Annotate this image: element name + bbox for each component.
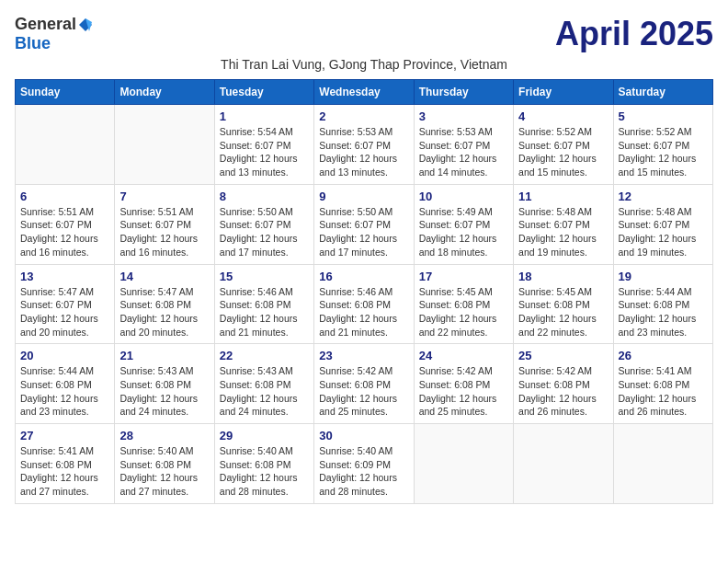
calendar-cell: 17Sunrise: 5:45 AM Sunset: 6:08 PM Dayli… <box>414 264 513 344</box>
calendar-cell: 29Sunrise: 5:40 AM Sunset: 6:08 PM Dayli… <box>214 424 313 504</box>
day-info: Sunrise: 5:46 AM Sunset: 6:08 PM Dayligh… <box>319 285 408 339</box>
calendar-cell: 8Sunrise: 5:50 AM Sunset: 6:07 PM Daylig… <box>214 184 313 264</box>
calendar-cell: 14Sunrise: 5:47 AM Sunset: 6:08 PM Dayli… <box>115 264 214 344</box>
day-number: 6 <box>20 190 109 203</box>
day-number: 20 <box>20 349 109 362</box>
day-info: Sunrise: 5:41 AM Sunset: 6:08 PM Dayligh… <box>619 364 708 419</box>
calendar-header-wednesday: Wednesday <box>314 80 414 105</box>
day-info: Sunrise: 5:52 AM Sunset: 6:07 PM Dayligh… <box>619 125 708 179</box>
day-info: Sunrise: 5:50 AM Sunset: 6:07 PM Dayligh… <box>220 205 309 259</box>
day-info: Sunrise: 5:45 AM Sunset: 6:08 PM Dayligh… <box>518 285 608 339</box>
calendar-header-tuesday: Tuesday <box>214 80 313 105</box>
calendar-cell: 7Sunrise: 5:51 AM Sunset: 6:07 PM Daylig… <box>115 184 214 264</box>
day-number: 29 <box>220 429 309 442</box>
calendar-cell: 21Sunrise: 5:43 AM Sunset: 6:08 PM Dayli… <box>115 344 214 424</box>
calendar-cell: 12Sunrise: 5:48 AM Sunset: 6:07 PM Dayli… <box>613 184 712 264</box>
calendar-cell: 9Sunrise: 5:50 AM Sunset: 6:07 PM Daylig… <box>314 184 414 264</box>
calendar-cell: 23Sunrise: 5:42 AM Sunset: 6:08 PM Dayli… <box>314 344 414 424</box>
calendar-cell: 18Sunrise: 5:45 AM Sunset: 6:08 PM Dayli… <box>514 264 613 344</box>
calendar-cell: 20Sunrise: 5:44 AM Sunset: 6:08 PM Dayli… <box>16 344 115 424</box>
day-number: 25 <box>518 349 608 362</box>
day-info: Sunrise: 5:54 AM Sunset: 6:07 PM Dayligh… <box>220 125 309 179</box>
calendar-header-thursday: Thursday <box>414 80 513 105</box>
day-info: Sunrise: 5:42 AM Sunset: 6:08 PM Dayligh… <box>419 364 508 419</box>
logo-general-text: General <box>15 15 76 34</box>
day-number: 26 <box>619 349 708 362</box>
calendar-header-friday: Friday <box>514 80 613 105</box>
calendar-cell: 26Sunrise: 5:41 AM Sunset: 6:08 PM Dayli… <box>613 344 712 424</box>
day-number: 16 <box>319 270 408 283</box>
day-info: Sunrise: 5:42 AM Sunset: 6:08 PM Dayligh… <box>518 364 608 419</box>
calendar-cell: 6Sunrise: 5:51 AM Sunset: 6:07 PM Daylig… <box>16 184 115 264</box>
day-info: Sunrise: 5:48 AM Sunset: 6:07 PM Dayligh… <box>518 205 608 259</box>
day-info: Sunrise: 5:43 AM Sunset: 6:08 PM Dayligh… <box>119 364 209 419</box>
subtitle: Thi Tran Lai Vung, GJong Thap Province, … <box>15 57 713 72</box>
calendar-cell <box>16 105 115 185</box>
calendar-cell: 15Sunrise: 5:46 AM Sunset: 6:08 PM Dayli… <box>214 264 313 344</box>
day-info: Sunrise: 5:53 AM Sunset: 6:07 PM Dayligh… <box>319 125 408 179</box>
day-number: 28 <box>119 429 209 442</box>
calendar-cell: 19Sunrise: 5:44 AM Sunset: 6:08 PM Dayli… <box>613 264 712 344</box>
day-info: Sunrise: 5:51 AM Sunset: 6:07 PM Dayligh… <box>119 205 209 259</box>
calendar-cell: 28Sunrise: 5:40 AM Sunset: 6:08 PM Dayli… <box>115 424 214 504</box>
month-title: April 2025 <box>555 15 713 53</box>
day-info: Sunrise: 5:53 AM Sunset: 6:07 PM Dayligh… <box>419 125 508 179</box>
calendar-cell: 27Sunrise: 5:41 AM Sunset: 6:08 PM Dayli… <box>16 424 115 504</box>
day-info: Sunrise: 5:51 AM Sunset: 6:07 PM Dayligh… <box>20 205 109 259</box>
day-number: 14 <box>119 270 209 283</box>
day-info: Sunrise: 5:40 AM Sunset: 6:08 PM Dayligh… <box>119 444 209 499</box>
day-number: 19 <box>619 270 708 283</box>
calendar-cell: 1Sunrise: 5:54 AM Sunset: 6:07 PM Daylig… <box>214 105 313 185</box>
calendar-header-monday: Monday <box>115 80 214 105</box>
logo-blue-text: Blue <box>15 34 51 53</box>
day-number: 5 <box>619 109 708 123</box>
calendar-cell: 11Sunrise: 5:48 AM Sunset: 6:07 PM Dayli… <box>514 184 613 264</box>
calendar-header-sunday: Sunday <box>16 80 115 105</box>
calendar-cell: 4Sunrise: 5:52 AM Sunset: 6:07 PM Daylig… <box>514 105 613 185</box>
day-number: 17 <box>419 270 508 283</box>
day-number: 27 <box>20 429 109 442</box>
calendar-cell: 24Sunrise: 5:42 AM Sunset: 6:08 PM Dayli… <box>414 344 513 424</box>
day-number: 23 <box>319 349 408 362</box>
day-number: 30 <box>319 429 408 442</box>
day-number: 3 <box>419 109 508 123</box>
day-number: 2 <box>319 109 408 123</box>
day-info: Sunrise: 5:44 AM Sunset: 6:08 PM Dayligh… <box>619 285 708 339</box>
day-number: 12 <box>619 190 708 203</box>
day-number: 8 <box>220 190 309 203</box>
day-info: Sunrise: 5:44 AM Sunset: 6:08 PM Dayligh… <box>20 364 109 419</box>
calendar-cell: 2Sunrise: 5:53 AM Sunset: 6:07 PM Daylig… <box>314 105 414 185</box>
day-number: 9 <box>319 190 408 203</box>
day-number: 24 <box>419 349 508 362</box>
day-number: 18 <box>518 270 608 283</box>
day-number: 1 <box>220 109 309 123</box>
calendar-cell <box>414 424 513 504</box>
day-number: 22 <box>220 349 309 362</box>
day-info: Sunrise: 5:42 AM Sunset: 6:08 PM Dayligh… <box>319 364 408 419</box>
day-info: Sunrise: 5:47 AM Sunset: 6:07 PM Dayligh… <box>20 285 109 339</box>
day-info: Sunrise: 5:40 AM Sunset: 6:09 PM Dayligh… <box>319 444 408 499</box>
calendar-cell <box>514 424 613 504</box>
logo-icon <box>78 17 93 32</box>
calendar-cell: 30Sunrise: 5:40 AM Sunset: 6:09 PM Dayli… <box>314 424 414 504</box>
day-number: 15 <box>220 270 309 283</box>
calendar-cell <box>115 105 214 185</box>
calendar-cell: 16Sunrise: 5:46 AM Sunset: 6:08 PM Dayli… <box>314 264 414 344</box>
day-number: 21 <box>119 349 209 362</box>
day-info: Sunrise: 5:47 AM Sunset: 6:08 PM Dayligh… <box>119 285 209 339</box>
day-info: Sunrise: 5:45 AM Sunset: 6:08 PM Dayligh… <box>419 285 508 339</box>
day-info: Sunrise: 5:49 AM Sunset: 6:07 PM Dayligh… <box>419 205 508 259</box>
day-number: 7 <box>119 190 209 203</box>
calendar-cell: 5Sunrise: 5:52 AM Sunset: 6:07 PM Daylig… <box>613 105 712 185</box>
calendar-cell: 13Sunrise: 5:47 AM Sunset: 6:07 PM Dayli… <box>16 264 115 344</box>
day-number: 10 <box>419 190 508 203</box>
day-number: 11 <box>518 190 608 203</box>
day-info: Sunrise: 5:52 AM Sunset: 6:07 PM Dayligh… <box>518 125 608 179</box>
day-number: 13 <box>20 270 109 283</box>
calendar-cell: 25Sunrise: 5:42 AM Sunset: 6:08 PM Dayli… <box>514 344 613 424</box>
calendar-cell <box>613 424 712 504</box>
day-info: Sunrise: 5:50 AM Sunset: 6:07 PM Dayligh… <box>319 205 408 259</box>
calendar-header-saturday: Saturday <box>613 80 712 105</box>
calendar-cell: 3Sunrise: 5:53 AM Sunset: 6:07 PM Daylig… <box>414 105 513 185</box>
calendar-cell: 10Sunrise: 5:49 AM Sunset: 6:07 PM Dayli… <box>414 184 513 264</box>
